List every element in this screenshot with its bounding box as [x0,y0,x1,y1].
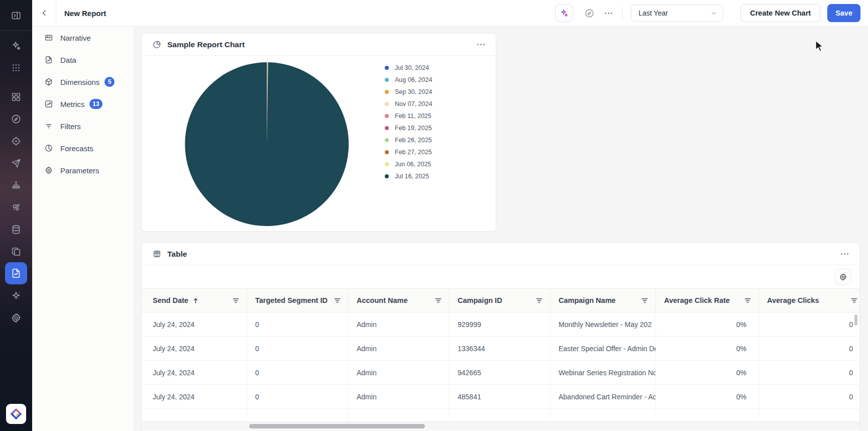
narrative-icon [44,33,60,42]
filters-icon [44,122,60,131]
app-rail [0,0,32,431]
create-new-chart-button[interactable]: Create New Chart [740,4,820,22]
sort-ascending-icon[interactable] [192,297,199,304]
column-header-campaign-id[interactable]: Campaign ID [450,289,551,312]
legend-item[interactable]: Feb 19, 2025 [385,122,432,134]
topbar: New Report Last Year Create New Chart Sa… [32,0,868,27]
rail-item-send[interactable] [10,157,23,170]
time-range-select[interactable]: Last Year [631,5,723,22]
vertical-scrollbar[interactable] [854,314,857,326]
time-range-value: Last Year [638,9,668,17]
pie-chart[interactable] [184,61,350,227]
rail-item-database[interactable] [10,223,23,236]
rail-item-report-doc[interactable] [5,262,27,284]
filter-icon[interactable] [430,297,442,304]
ai-sparkles-icon [11,40,22,51]
table-row[interactable]: July 24, 20240Admin929999Monthly Newslet… [142,312,860,337]
table-row[interactable]: July 24, 20240Admin1336344Easter Special… [142,337,860,361]
table-cell: Monthly Newsletter - May 202 [551,312,656,336]
sidebar-item-filters[interactable]: Filters [32,115,134,137]
table-cell: Admin [349,337,450,360]
column-header-send-date[interactable]: Send Date [142,289,247,312]
table-cell [450,409,551,420]
table-cell: 485841 [450,385,551,408]
page-title: New Report [64,0,106,26]
column-header-campaign-name[interactable]: Campaign Name [551,289,656,312]
legend-dot [385,174,389,178]
sidebar-item-data[interactable]: Data [32,49,134,71]
sidebar-item-label: Dimensions [60,78,99,86]
data-icon [44,55,60,64]
back-button[interactable] [32,0,56,26]
legend-item[interactable]: Jun 06, 2025 [385,158,432,170]
rail-item-panel-toggle[interactable] [10,9,23,22]
sidebar-item-narrative[interactable]: Narrative [32,27,134,49]
column-header-average-clicks[interactable]: Average Clicks [759,289,860,312]
filter-icon[interactable] [531,297,543,304]
rail-item-clusters[interactable] [10,201,23,214]
legend-item[interactable]: Aug 06, 2024 [385,74,432,86]
rail-item-dashboard[interactable] [10,90,23,103]
table-row[interactable]: July 24, 20240Admin942665Webinar Series … [142,361,860,385]
ai-assistant-button[interactable] [555,4,573,22]
dashboard-icon [11,91,22,102]
sidebar-item-dimensions[interactable]: Dimensions5 [32,71,134,93]
filter-icon[interactable] [228,297,240,304]
main-content: Sample Report Chart Jul 30, 2024 Aug 06,… [135,27,868,431]
column-header-targeted-segment-id[interactable]: Targeted Segment ID [247,289,349,312]
app-logo[interactable] [6,404,26,424]
sidebar-item-metrics[interactable]: Metrics13 [32,93,134,115]
horizontal-scrollbar-thumb[interactable] [249,424,425,428]
topbar-separator [622,7,623,20]
save-button[interactable]: Save [827,4,860,22]
database-icon [11,224,22,235]
table-cell [656,409,759,420]
rail-item-compass[interactable] [10,113,23,126]
legend-dot [385,114,389,118]
table-card-header: Table [142,243,859,265]
column-header-average-click-rate[interactable]: Average Click Rate [656,289,759,312]
legend-item[interactable]: Feb 27, 2025 [385,146,432,158]
filter-icon[interactable] [637,297,648,304]
filter-icon[interactable] [846,297,858,304]
legend-dot [385,102,389,106]
legend-item[interactable]: Jul 30, 2024 [385,62,432,74]
chart-card-more-button[interactable] [476,41,486,48]
clusters-icon [11,202,22,213]
rail-item-ai-sparkles[interactable] [10,39,23,52]
rail-divider [0,30,32,31]
sidebar-item-forecasts[interactable]: Forecasts [32,137,134,159]
sidebar-item-parameters[interactable]: Parameters [32,159,134,181]
horizontal-scrollbar-track[interactable] [142,421,859,430]
table-cell: 0% [656,361,759,384]
topbar-more-button[interactable] [604,10,613,17]
explore-compass-button[interactable] [584,8,595,19]
table-row[interactable]: July 24, 20240Admin485841Abandoned Cart … [142,385,860,409]
rail-item-hierarchy[interactable] [10,179,23,192]
table-cell: Admin [349,361,450,384]
legend-label: Feb 27, 2025 [395,149,432,156]
grid-header-row: Send DateTargeted Segment IDAccount Name… [142,288,860,312]
logo-diamond-icon [10,407,23,420]
compass-icon [11,114,22,125]
filter-icon[interactable] [330,297,341,304]
table-card-more-button[interactable] [840,250,849,258]
rail-item-apps-grid[interactable] [10,61,23,74]
table-cell [247,409,349,420]
legend-item[interactable]: Feb 11, 2025 [385,110,432,122]
rail-item-pages[interactable] [10,245,23,258]
legend-label: Feb 19, 2025 [395,125,432,132]
forecasts-icon [44,144,60,153]
table-settings-button[interactable] [835,269,851,285]
rail-item-settings[interactable] [10,311,23,325]
column-header-account-name[interactable]: Account Name [349,289,450,312]
legend-item[interactable]: Feb 26, 2025 [385,134,432,146]
table-cell: July 24, 2024 [142,361,247,384]
rail-item-sparkle[interactable] [10,289,23,302]
legend-item[interactable]: Nov 07, 2024 [385,98,432,110]
legend-item[interactable]: Sep 30, 2024 [385,86,432,98]
legend-dot [385,90,389,94]
legend-item[interactable]: Jul 16, 2025 [385,170,432,182]
rail-item-target[interactable] [10,135,23,148]
filter-icon[interactable] [740,297,751,304]
